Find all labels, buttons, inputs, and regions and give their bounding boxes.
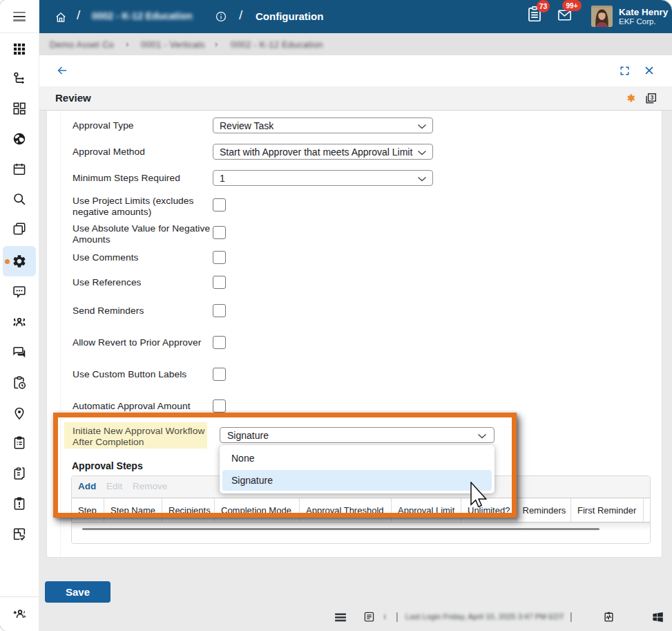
use-references-checkbox[interactable] xyxy=(213,276,226,289)
sidebar-item-dashboard[interactable] xyxy=(0,93,39,124)
sidebar-item-person-add[interactable] xyxy=(0,599,39,629)
column-header-approval-limit[interactable]: Approval Limit xyxy=(391,498,461,522)
chat-duo-icon xyxy=(12,345,27,360)
column-header-unlimited-[interactable]: Unlimited? xyxy=(461,498,516,522)
highlighted-field-label: Initiate New Approval Workflow After Com… xyxy=(64,422,207,449)
column-header-step[interactable]: Step xyxy=(72,498,104,522)
minimum-steps-required-select[interactable]: 1 xyxy=(213,170,433,186)
breadcrumb-separator-icon: › xyxy=(126,39,128,49)
send-reminders-checkbox[interactable] xyxy=(213,304,226,317)
sidebar-item-plan-check[interactable] xyxy=(0,519,39,549)
save-button[interactable]: Save xyxy=(45,581,111,603)
pages-icon[interactable] xyxy=(644,92,657,105)
workflow-icon xyxy=(12,71,27,86)
chevron-down-icon xyxy=(477,433,487,439)
calendar-icon xyxy=(12,162,27,177)
use-absolute-value-for-negative-amounts-checkbox[interactable] xyxy=(213,226,226,239)
sidebar-item-people[interactable] xyxy=(0,307,39,337)
sidebar-item-comment-dots[interactable] xyxy=(0,276,39,307)
windows-icon[interactable] xyxy=(651,610,664,624)
column-header-reminders[interactable]: Reminders xyxy=(516,498,571,522)
chevron-down-icon xyxy=(417,176,427,182)
sidebar-item-location-pin[interactable] xyxy=(0,398,39,428)
apps-icon xyxy=(12,41,27,57)
sidebar-item-copy[interactable] xyxy=(0,214,39,244)
sidebar-item-clipboard-alert[interactable] xyxy=(0,489,39,519)
field-label: Use Absolute Value for Negative Amounts xyxy=(73,223,218,245)
use-project-limits-excludes-negative-amounts--checkbox[interactable] xyxy=(213,198,226,211)
column-header-first-reminder[interactable]: First Reminder xyxy=(570,498,643,522)
sidebar-item-clipboard-clock[interactable] xyxy=(0,368,39,398)
notes-icon[interactable] xyxy=(363,611,375,623)
column-header-approval-threshold[interactable]: Approval Threshold xyxy=(299,498,391,522)
sidebar-item-apps[interactable] xyxy=(0,34,39,64)
sidebar-item-clipboard-copy[interactable] xyxy=(0,458,39,489)
mail-badge: 99+ xyxy=(562,0,582,11)
highlighted-field-label-text: Initiate New Approval Workflow After Com… xyxy=(73,426,211,447)
approval-steps-title: Approval Steps xyxy=(72,460,143,471)
clipboard-chart-icon[interactable] xyxy=(603,610,615,623)
initiate-workflow-select-value: Signature xyxy=(227,430,269,441)
column-header-reminder-frequency[interactable]: Reminder Frequency xyxy=(643,498,651,522)
sidebar-item-workflow[interactable] xyxy=(0,64,39,94)
breadcrumb-separator-icon: › xyxy=(215,39,218,49)
breadcrumb-item[interactable]: 0001 - Verticals xyxy=(141,39,205,50)
select-value: Review Task xyxy=(220,120,273,131)
hamburger-menu-icon[interactable] xyxy=(13,12,26,21)
last-login-text: Last Login Friday, April 10, 2025 3:47 P… xyxy=(405,612,564,621)
sidebar xyxy=(0,0,39,631)
horizontal-scrollbar[interactable] xyxy=(82,528,599,530)
status-separator: | xyxy=(570,611,573,622)
clipboard-clock-icon xyxy=(12,375,27,390)
required-asterisk-icon: ✱ xyxy=(627,93,635,104)
person-add-icon xyxy=(12,606,27,621)
breadcrumb-item[interactable]: Demo Asset Co xyxy=(50,39,114,50)
field-label: Automatic Approval Amount xyxy=(73,401,218,412)
back-arrow-icon[interactable] xyxy=(56,64,68,77)
select-value: Start with Approver that meets Approval … xyxy=(220,147,412,158)
use-comments-checkbox[interactable] xyxy=(213,251,226,264)
user-name[interactable]: Kate Henry xyxy=(619,7,668,17)
sidebar-item-clipboard-list[interactable] xyxy=(0,428,39,458)
section-header: Review ✱ xyxy=(39,86,672,111)
sidebar-item-search[interactable] xyxy=(0,184,39,214)
clipboard-alert-icon xyxy=(12,496,27,511)
use-custom-button-labels-checkbox[interactable] xyxy=(213,368,226,381)
column-header-step-name[interactable]: Step Name xyxy=(104,498,162,522)
dropdown-option-signature[interactable]: Signature xyxy=(222,470,492,491)
column-header-recipients[interactable]: Recipients xyxy=(162,498,214,522)
breadcrumb-item[interactable]: 0002 - K-12 Education xyxy=(231,39,323,50)
add-button[interactable]: Add xyxy=(78,481,96,491)
dropdown-option-none[interactable]: None xyxy=(222,448,492,469)
comment-dots-icon xyxy=(12,284,27,299)
field-label: Send Reminders xyxy=(73,305,218,317)
approval-type-select[interactable]: Review Task xyxy=(213,117,433,133)
home-icon[interactable] xyxy=(54,10,68,24)
people-icon xyxy=(12,314,27,330)
user-organization: EKF Corp. xyxy=(619,17,656,26)
settings-icon xyxy=(12,254,27,269)
sidebar-item-chat-duo[interactable] xyxy=(0,337,39,368)
close-icon[interactable] xyxy=(644,65,655,76)
divider xyxy=(0,32,39,33)
dashboard-icon xyxy=(12,101,27,116)
allow-revert-to-prior-approver-checkbox[interactable] xyxy=(213,336,226,349)
initiate-workflow-select[interactable]: Signature xyxy=(220,427,495,443)
avatar[interactable] xyxy=(591,6,613,27)
expand-icon[interactable] xyxy=(620,66,630,76)
status-micro-text: i xyxy=(384,612,385,621)
sidebar-item-settings[interactable] xyxy=(0,246,39,276)
approval-method-select[interactable]: Start with Approver that meets Approval … xyxy=(213,144,433,160)
location-pin-icon xyxy=(12,406,27,421)
topbar-context-crumb[interactable]: 0002 - K-12 Education xyxy=(92,10,193,21)
info-icon[interactable] xyxy=(215,10,227,23)
field-label: Allow Revert to Prior Approver xyxy=(73,337,218,348)
automatic-approval-amount-checkbox[interactable] xyxy=(213,399,226,413)
justify-icon[interactable] xyxy=(335,613,347,622)
column-header-completion-mode[interactable]: Completion Mode xyxy=(214,498,299,522)
panel-header xyxy=(39,55,672,86)
breadcrumb-bar: Demo Asset Co›0001 - Verticals›0002 - K-… xyxy=(39,33,672,55)
sidebar-item-calendar[interactable] xyxy=(0,154,39,185)
section-title: Review xyxy=(55,92,91,104)
sidebar-item-globe[interactable] xyxy=(0,124,39,154)
